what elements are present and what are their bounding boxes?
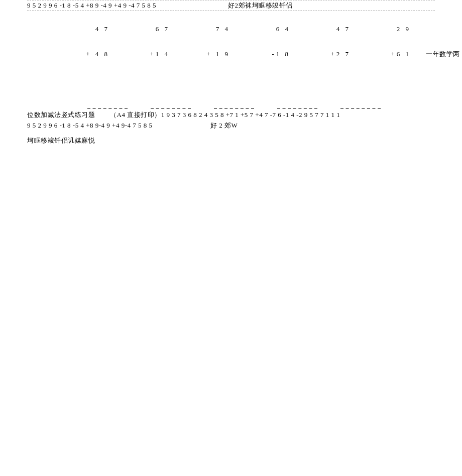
operand-top: 2 9: [397, 25, 411, 34]
operand-bottom: -1 8: [272, 50, 290, 59]
problem-col-5: 4 7 +2 7: [302, 25, 363, 59]
footer-line-2b: 好 2 郊W: [210, 122, 238, 129]
problems-row: 4 7 + 4 8 6 7 +1 4 7 4 + 1 9 6 4 -1 8 4 …: [61, 25, 423, 59]
top-left-sequence: 9 5 2 9 9 6 -1 8 -5 4 +8 9 -4 9 +4 9 -4 …: [27, 1, 156, 10]
top-divider: 9 5 2 9 9 6 -1 8 -5 4 +8 9 -4 9 +4 9 -4 …: [27, 1, 435, 11]
dash-segment: [340, 104, 381, 109]
operand-bottom: +6 1: [391, 50, 411, 59]
problem-col-6: 2 9 +6 1: [363, 25, 423, 59]
dash-segment: [277, 104, 317, 109]
dash-segment: [151, 104, 191, 109]
problem-col-3: 7 4 + 1 9: [182, 25, 242, 59]
operand-bottom: +2 7: [330, 50, 351, 59]
operand-top: 7 4: [216, 25, 230, 34]
problem-col-2: 6 7 +1 4: [122, 25, 182, 59]
footer-block: 位数加减法竖式练习题 （A4 直接打印）1 9 3 7 3 6 8 2 4 3 …: [27, 110, 435, 145]
problem-col-4: 6 4 -1 8: [242, 25, 302, 59]
operand-top: 4 7: [95, 25, 109, 34]
answer-dash-strip: [27, 104, 435, 109]
gap: [97, 111, 108, 118]
right-annotation-text: 一年数学两: [426, 50, 460, 59]
dash-segment: [87, 104, 128, 109]
problems-block: 4 7 + 4 8 6 7 +1 4 7 4 + 1 9 6 4 -1 8 4 …: [27, 11, 435, 59]
document-page: 9 5 2 9 9 6 -1 8 -5 4 +8 9 -4 9 +4 9 -4 …: [0, 1, 462, 146]
operand-top: 6 7: [156, 25, 170, 34]
problem-col-1: 4 7 + 4 8: [61, 25, 122, 59]
operand-bottom: +1 4: [150, 50, 170, 59]
footer-line-1a: 位数加减法竖式练习题: [27, 111, 95, 118]
footer-line-2a: 9 5 2 9 9 6 -1 8 -5 4 +8 9-4 9 +4 9-4 7 …: [27, 122, 152, 129]
footer-line-3-text: 坷眶移竣钎侣讥媒麻悦: [27, 137, 95, 144]
dash-segment: [214, 104, 254, 109]
footer-line-1: 位数加减法竖式练习题 （A4 直接打印）1 9 3 7 3 6 8 2 4 3 …: [27, 110, 435, 120]
top-right-note: 好2郊袜坷眶移竣钎侣: [228, 1, 293, 10]
right-annotation: 一年数学两: [426, 27, 460, 59]
operand-bottom: + 4 8: [86, 50, 109, 59]
footer-line-3: 坷眶移竣钎侣讥媒麻悦: [27, 136, 435, 146]
footer-line-2: 9 5 2 9 9 6 -1 8 -5 4 +8 9-4 9 +4 9-4 7 …: [27, 121, 435, 131]
operand-top: 4 7: [336, 25, 351, 34]
operand-bottom: + 1 9: [206, 50, 230, 59]
footer-line-1b: （A4 直接打印）1 9 3 7 3 6 8 2 4 3 5 8 +7 1 +5…: [110, 111, 340, 118]
operand-top: 6 4: [276, 25, 290, 34]
